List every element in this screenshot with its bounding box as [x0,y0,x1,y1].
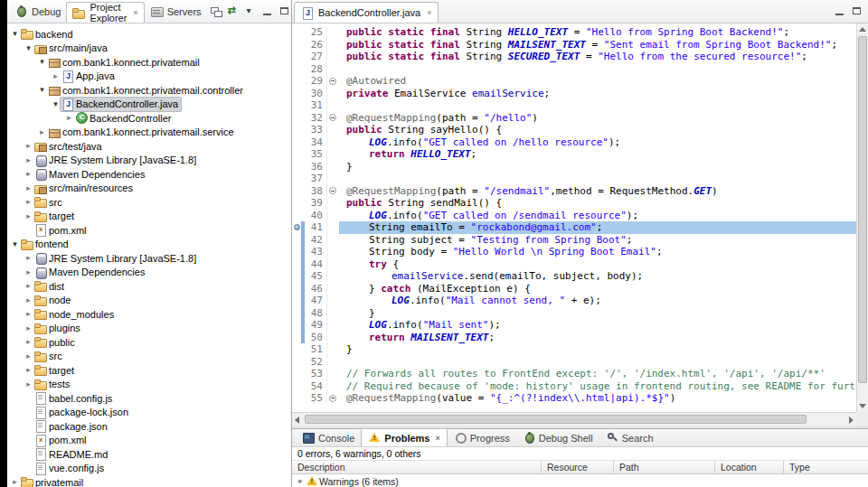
view-tab-servers[interactable]: Servers [145,0,207,23]
tree-expander-icon[interactable]: ▸ [24,253,33,263]
tree-item-src[interactable]: ▸src [7,195,291,210]
code-line[interactable]: 42String subject = "Testing from Spring … [292,234,856,247]
tree-item-src-main-resources[interactable]: ▸src/main/resources [7,182,291,196]
code-line[interactable]: 38@RequestMapping(path = "/sendmail",met… [292,185,856,198]
code-line[interactable]: 48} [292,307,856,320]
column-header-description[interactable]: Description [292,461,542,473]
collapse-all-icon[interactable] [209,5,224,19]
tree-item-target[interactable]: ▸target [7,210,291,224]
code-line[interactable]: 43String body = "Hello World \n Spring B… [292,246,856,258]
tree-expander-icon[interactable]: ▾ [10,29,20,39]
tree-item-package-json[interactable]: package.json [7,419,291,434]
tree-item-com-bank1-konnect-privatemail-service[interactable]: ▸com.bank1.konnect.privatemail.service [7,126,291,140]
code-line[interactable]: 50return MAILSENT_TEXT; [292,332,856,344]
horizontal-scrollbar[interactable] [292,412,856,426]
view-menu-icon[interactable] [243,5,259,19]
scroll-right-icon[interactable] [849,417,854,424]
code-line[interactable]: 49LOG.info("Mail sent"); [292,319,856,332]
tree-item-jre-system-library-javase-1-8[interactable]: ▸JRE System Library [JavaSE-1.8] [7,154,291,168]
tree-item-maven-dependencies[interactable]: ▸Maven Dependencies [7,266,291,280]
tree-expander-icon[interactable]: ▾ [10,239,20,249]
minimize-icon[interactable] [260,5,276,19]
tree-expander-icon[interactable]: ▸ [24,337,33,347]
minimize-icon[interactable] [833,5,848,19]
tree-item-pom-xml[interactable]: pom.xml [7,223,291,238]
code-line[interactable]: 33public String sayHello() { [292,124,856,136]
tree-item-privatemail[interactable]: ▸privatemail [7,475,291,487]
tree-expander-icon[interactable]: ▸ [24,197,33,207]
bottom-tab-console[interactable]: Console [296,429,361,446]
code-line[interactable]: 25public static final String HELLO_TEXT … [292,26,856,39]
tree-item-app-java[interactable]: ▸App.java [7,70,291,84]
tree-item-com-bank1-konnect-privatemail-controller[interactable]: ▾com.bank1.konnect.privatemail.controlle… [7,83,291,98]
problems-row-warnings-6-items[interactable]: ▸Warnings (6 items) [292,474,868,487]
tree-item-target[interactable]: ▸target [7,363,291,378]
tree-item-dist[interactable]: ▸dist [7,279,291,294]
column-header-path[interactable]: Path [614,461,715,473]
tree-item-src-main-java[interactable]: ▾src/main/java [7,42,291,56]
tree-expander-icon[interactable]: ▸ [24,295,33,305]
bottom-tab-progress[interactable]: Progress [448,429,516,446]
tree-item-pom-xml[interactable]: pom.xml [7,434,291,448]
code-line[interactable]: 37 [292,173,856,185]
tree-expander-icon[interactable]: ▸ [24,281,33,291]
tree-expander-icon[interactable]: ▸ [24,183,33,193]
scroll-down-icon[interactable] [859,404,866,408]
tree-expander-icon[interactable]: ▾ [37,57,47,67]
tree-expander-icon[interactable]: ▾ [37,85,47,95]
tree-item-backendcontroller-java[interactable]: ▾BackendController.java [7,98,291,112]
code-line[interactable]: 47LOG.info("Mail cannot send, " + e); [292,295,856,307]
fold-collapse-icon[interactable] [329,395,336,402]
tree-item-backendcontroller[interactable]: ▸BackendController [7,111,291,126]
code-line[interactable]: 34LOG.info("GET called on /hello resourc… [292,136,856,149]
fold-collapse-icon[interactable] [329,187,336,194]
code-line[interactable]: 40LOG.info("GET called on /sendmail reso… [292,210,856,222]
view-tab-debug[interactable]: Debug [9,0,66,23]
bottom-tab-problems[interactable]: Problems× [361,428,447,446]
tree-expander-icon[interactable]: ▸ [24,211,33,221]
code-line[interactable]: 30private EmailService emailService; [292,88,856,100]
code-line[interactable]: 29@Autowired [292,75,856,88]
tree-expander-icon[interactable]: ▸ [24,351,33,361]
tree-item-babel-config-js[interactable]: babel.config.js [7,391,291,406]
horizontal-scroll-thumb[interactable] [305,415,807,424]
view-tab-project-explorer[interactable]: Project Explorer× [66,2,144,23]
code-line[interactable]: 45emailService.send(emailTo, subject, bo… [292,270,856,283]
tree-item-public[interactable]: ▸public [7,335,291,350]
tree-expander-icon[interactable]: ▸ [24,141,33,151]
tree-expander-icon[interactable]: ▸ [24,365,33,375]
column-header-location[interactable]: Location [715,461,784,473]
scroll-up-icon[interactable] [859,27,866,32]
code-line[interactable]: 32@RequestMapping(path = "/hello") [292,112,856,125]
editor-tab[interactable]: BackendController.java × [294,2,439,23]
vertical-scrollbar[interactable] [856,23,868,412]
code-line[interactable]: 52 [292,356,856,369]
vertical-scroll-thumb[interactable] [858,36,867,383]
scroll-left-icon[interactable] [295,417,299,424]
tree-item-fontend[interactable]: ▾fontend [7,238,291,252]
maximize-icon[interactable] [278,5,293,19]
code-line[interactable]: 46} catch (MailException e) { [292,283,856,295]
maximize-icon[interactable] [850,5,865,19]
column-header-resource[interactable]: Resource [542,461,614,473]
code-line[interactable]: 41String emailTo = "rockabond@gmail.com"… [292,221,856,234]
tree-expander-icon[interactable]: ▸ [64,113,74,123]
bottom-tab-debug-shell[interactable]: Debug Shell [516,429,599,446]
bottom-tab-search[interactable]: Search [599,429,660,446]
tree-expander-icon[interactable]: ▸ [10,477,20,487]
code-line[interactable]: 55@RequestMapping(value = "{_:^(?!index\… [292,392,856,405]
code-line[interactable]: 26public static final String MAILSENT_TE… [292,39,856,52]
tree-expander-icon[interactable]: ▸ [51,71,61,81]
fold-collapse-icon[interactable] [329,114,336,121]
code-line[interactable]: 51} [292,343,856,356]
tree-item-jre-system-library-javase-1-8[interactable]: ▸JRE System Library [JavaSE-1.8] [7,251,291,266]
tree-item-maven-dependencies[interactable]: ▸Maven Dependencies [7,167,291,182]
code-line[interactable]: 31 [292,99,856,112]
tree-expander-icon[interactable]: ▾ [51,99,61,109]
code-line[interactable]: 53// Forwards all routes to FrontEnd exc… [292,368,856,380]
code-line[interactable]: 27public static final String SECURED_TEX… [292,51,856,63]
tree-expander-icon[interactable]: ▸ [24,323,33,333]
tree-item-backend[interactable]: ▾backend [7,27,291,42]
code-line[interactable]: 54// Required because of 'mode: history'… [292,380,856,393]
tree-item-package-lock-json[interactable]: package-lock.json [7,406,291,420]
